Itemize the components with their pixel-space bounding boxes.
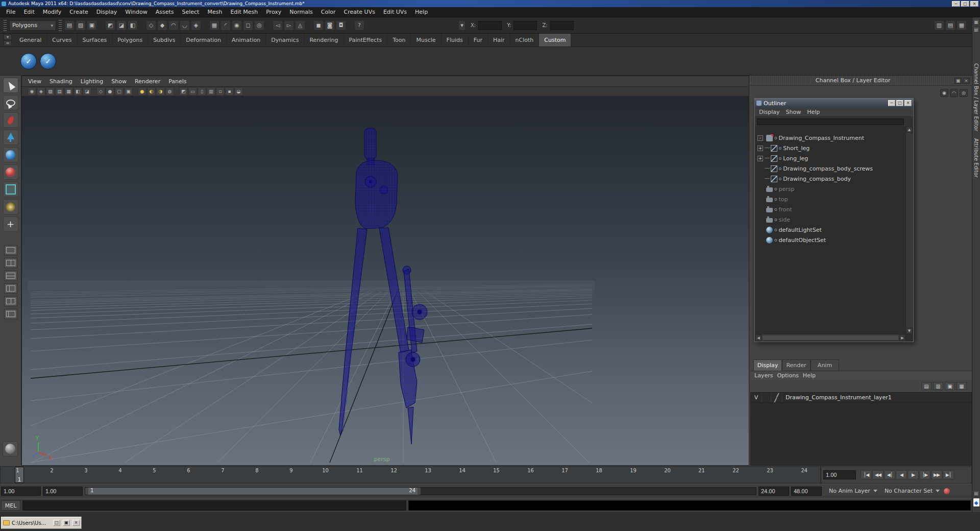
play-backward-button[interactable]: ◀ [896, 470, 907, 479]
command-language-toggle[interactable]: MEL [1, 500, 20, 511]
panel-header[interactable]: Channel Box / Layer Editor ▣ × [750, 76, 972, 86]
menu-item[interactable]: Edit Mesh [226, 9, 262, 15]
y-coord-field[interactable] [513, 21, 537, 30]
layer-move-up-icon[interactable]: ▤ [921, 382, 932, 390]
isolate-select-icon[interactable]: ◩ [179, 87, 188, 95]
grease-pencil-icon[interactable]: ◪ [83, 87, 91, 95]
four-panes[interactable] [4, 296, 17, 306]
step-forward-frame-button[interactable]: ▶▶ [931, 470, 942, 479]
shelf-tab[interactable]: Custom [539, 34, 571, 46]
select-component-icon[interactable]: ◧ [128, 20, 138, 31]
mask-curves-icon[interactable]: ◠ [168, 20, 179, 31]
menu-item[interactable]: Window [121, 9, 151, 15]
help-line-icon[interactable]: ? [354, 20, 364, 31]
shelf-tab[interactable]: Toon [387, 34, 411, 46]
expand-toggle-icon[interactable] [757, 176, 763, 182]
move[interactable] [3, 130, 18, 145]
step-forward-key-button[interactable]: │▶ [919, 470, 930, 479]
current-time-field[interactable] [823, 470, 856, 479]
play-forward-button[interactable]: ▶ [908, 470, 919, 479]
snap-point-icon[interactable]: ◉ [232, 20, 242, 31]
outliner-maximize-button[interactable]: □ [896, 100, 903, 106]
lasso-select[interactable] [3, 95, 18, 110]
viewport-canvas[interactable]: Y X persp [22, 96, 749, 465]
outliner-item[interactable]: o persp [755, 184, 905, 194]
expand-toggle-icon[interactable] [757, 237, 763, 243]
field-chart-icon[interactable]: ▥ [207, 87, 215, 95]
shelf-tab[interactable]: Polygons [112, 34, 148, 46]
shelf-tab[interactable]: Deformation [181, 34, 227, 46]
xray-mode-icon[interactable]: ◍ [165, 87, 174, 95]
menu-item[interactable]: Create [65, 9, 92, 15]
outliner-item[interactable]: o defaultLightSet [755, 225, 905, 235]
attribute-editor-side-tab[interactable]: Attribute Editor [973, 138, 979, 178]
hyperbolic-slider-icon[interactable]: ◠ [950, 89, 958, 97]
step-back-frame-button[interactable]: ◀◀ [872, 470, 884, 479]
panel-menu-item[interactable]: Shading [45, 78, 77, 85]
output-connections-icon[interactable]: ▻ [284, 20, 294, 31]
maximize-button[interactable]: □ [961, 1, 969, 7]
universal-manipulator[interactable] [3, 182, 18, 197]
outliner-item[interactable]: o defaultObjectSet [755, 235, 905, 245]
script-editor-icon[interactable]: ◆ [973, 498, 980, 507]
toggle-ui-elements-icon[interactable]: ▦ [973, 19, 979, 25]
expand-toggle-icon[interactable] [757, 227, 763, 233]
scroll-right-icon[interactable]: ▶ [899, 334, 905, 341]
outliner-item[interactable]: o front [755, 204, 905, 214]
snap-plane-icon[interactable]: ◻ [243, 20, 253, 31]
panel-menu-item[interactable]: View [24, 78, 45, 85]
outliner-filter-field[interactable] [757, 118, 904, 125]
absolute-relative-toggle-icon[interactable]: ▾ [458, 20, 465, 31]
menu-item[interactable]: Edit [19, 9, 38, 15]
expand-toggle-icon[interactable] [757, 197, 763, 202]
minimize-button[interactable]: ─ [952, 1, 960, 7]
bookmarks-icon[interactable]: ▤ [55, 87, 64, 95]
x-coord-field[interactable] [478, 21, 502, 30]
layer-editor-tab[interactable]: Render [782, 359, 811, 371]
outliner-item[interactable]: ── o Drawing_compass_body [755, 174, 905, 184]
show-manipulator[interactable] [3, 216, 18, 232]
scroll-down-icon[interactable]: ▼ [906, 328, 913, 334]
two-panes-stacked[interactable] [4, 271, 17, 281]
shelf-tab[interactable]: PaintEffects [344, 34, 388, 46]
command-feedback[interactable] [408, 500, 971, 511]
animation-start-field[interactable] [1, 487, 41, 496]
expand-toggle-icon[interactable] [757, 207, 763, 212]
outliner-item[interactable]: + ── o Long_leg [755, 153, 905, 163]
outliner-menu-item[interactable]: Show [784, 109, 803, 115]
shelf-tab[interactable]: Dynamics [266, 34, 304, 46]
resolution-gate-icon[interactable]: ▭ [188, 87, 197, 95]
scroll-up-icon[interactable]: ▲ [906, 127, 913, 133]
toolbox-sphere-icon[interactable] [3, 441, 18, 456]
menu-item[interactable]: Normals [285, 9, 317, 15]
manipulator-link-icon[interactable]: ◎ [960, 89, 968, 97]
layer-playback-cell[interactable] [762, 393, 771, 402]
use-default-lighting-icon[interactable]: ● [138, 87, 146, 95]
multi-sample-icon[interactable]: ◒ [234, 87, 243, 95]
mask-surfaces-icon[interactable]: ◡ [180, 20, 190, 31]
new-layer-from-selected-icon[interactable]: ▦ [957, 382, 967, 390]
character-set-dropdown[interactable]: No Character Set [885, 488, 940, 494]
render-settings-icon[interactable]: ◘ [336, 20, 346, 31]
minimized-window-bar[interactable]: C:\Users\Us... □ ▣ × [1, 517, 82, 529]
panel-menu-item[interactable]: Lighting [77, 78, 107, 85]
custom-shelf-button-1[interactable]: ✓ [20, 53, 37, 69]
show-attribute-editor-icon[interactable]: ▥ [934, 20, 944, 31]
menu-item[interactable]: Edit UVs [379, 9, 411, 15]
film-gate-icon[interactable]: ▯ [198, 87, 206, 95]
show-channel-box-icon[interactable]: ▦ [957, 20, 967, 31]
expand-toggle-icon[interactable]: + [757, 146, 763, 151]
menu-item[interactable]: Create UVs [340, 9, 379, 15]
safe-title-icon[interactable]: ▪ [225, 87, 234, 95]
menu-item[interactable]: Proxy [262, 9, 285, 15]
menu-item[interactable]: Assets [152, 9, 178, 15]
close-panel-icon[interactable]: × [963, 78, 970, 84]
shadows-icon[interactable]: ◑ [156, 87, 165, 95]
taskbar-close-button[interactable]: × [72, 520, 80, 526]
menu-item[interactable]: Mesh [203, 9, 226, 15]
shelf-tab[interactable]: General [14, 34, 47, 46]
layer-row[interactable]: V Drawing_Compass_Instrument_layer1 [751, 393, 971, 403]
construction-history-icon[interactable]: ◬ [295, 20, 305, 31]
anim-layer-dropdown[interactable]: No Anim Layer [829, 488, 877, 494]
outliner-minimize-button[interactable]: ─ [888, 100, 895, 106]
